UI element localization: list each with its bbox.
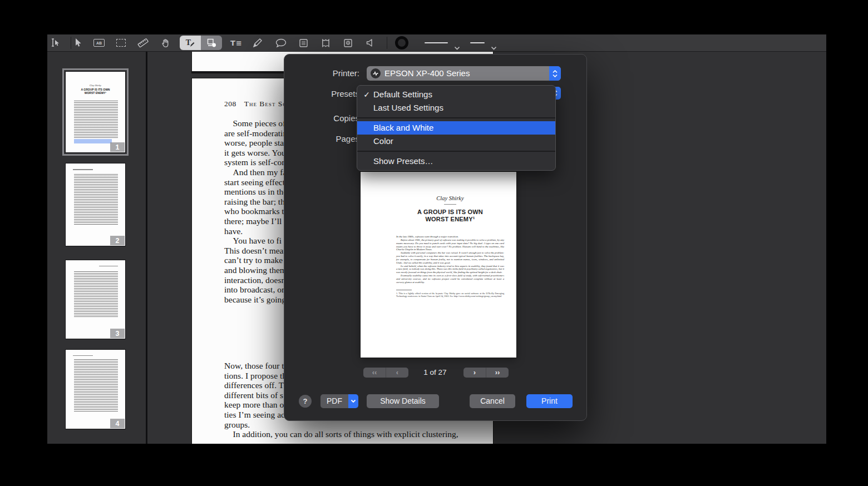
toolbar-divider [387,37,387,49]
presets-menu-item[interactable]: ✓ Default Settings [357,88,555,101]
print-preview-page: Clay Shirky A GROUP IS ITS OWNWORST ENEM… [361,172,516,358]
page-thumbnail-3[interactable]: 3 [66,260,125,339]
preview-back-buttons: ‹‹ ‹ [363,368,408,378]
page-thumbnail-4[interactable]: 4 [66,350,125,429]
preview-footnote: 1. This is a lightly edited version of t… [396,292,504,297]
check-icon: ✓ [362,88,372,101]
note-text-tool-icon[interactable]: T [180,36,201,50]
ruler-tool-icon[interactable] [136,36,150,49]
preview-title: A GROUP IS ITS OWNWORST ENEMY¹ [396,209,504,223]
toolbar: AB T T≡ [47,34,826,52]
presets-menu: ✓ Default Settings Last Used Settings Bl… [357,85,556,171]
presets-menu-item[interactable] [357,115,555,121]
pdf-menu-button[interactable]: PDF [320,394,358,408]
note-shape-tool-icon[interactable] [201,36,222,50]
thumb-text-lines [74,101,118,138]
color-well[interactable] [395,36,408,49]
comment-tool-icon[interactable] [274,36,288,49]
anchored-note-tool-icon[interactable] [319,36,332,49]
text-select-tool-icon[interactable] [48,36,62,49]
page-number-badge: 3 [110,329,125,338]
print-dialog: Printer: EPSON XP-400 Series Presets Cop… [284,54,587,421]
thumb-author: Clay Shirky [66,84,125,87]
lined-note-tool-icon[interactable] [297,36,310,49]
preview-author: Clay Shirky [396,195,504,201]
printer-status-icon [371,68,381,78]
cancel-button[interactable]: Cancel [470,394,515,408]
printer-value: EPSON XP-400 Series [384,66,470,81]
line-style-swatch [425,42,448,43]
printer-select[interactable]: EPSON XP-400 Series [367,66,561,81]
presets-label: Presets [293,88,359,100]
first-page-button[interactable]: ‹‹ [363,368,386,378]
line-endings-swatch [470,42,485,43]
page-thumbnail-2[interactable]: 2 [66,163,125,246]
preview-page-position: 1 of 27 [407,368,463,378]
page-thumbnail-1[interactable]: Clay Shirky A GROUP IS ITS OWNWORST ENEM… [66,72,125,152]
help-button[interactable]: ? [299,395,312,408]
previous-page-button[interactable]: ‹ [386,368,408,378]
page-number-badge: 4 [110,419,125,428]
presets-menu-item[interactable] [357,148,555,155]
pointer-tool-icon[interactable] [71,36,85,49]
pages-label: Pages [293,133,359,145]
screen: AB T T≡ [0,0,868,486]
thumbnail-sidebar: Clay Shirky A GROUP IS ITS OWNWORST ENEM… [47,52,147,444]
rect-select-tool-icon[interactable] [114,36,127,49]
thumb-title: A GROUP IS ITS OWNWORST ENEMY¹ [66,88,125,95]
presets-menu-item[interactable]: Last Used Settings [357,101,555,115]
copies-label: Copies [293,113,359,124]
pdf-chevron-down-icon [348,394,358,408]
text-edit-tool-icon[interactable]: AB [92,36,106,49]
text-note-tool-icon[interactable]: T≡ [230,36,243,49]
next-page-button[interactable]: › [463,368,486,378]
print-button[interactable]: Print [526,394,573,408]
preview-body-text: In the late 1980s, software went through… [396,235,504,284]
presets-menu-item[interactable]: Black and White [357,121,555,135]
sound-tool-icon[interactable] [363,36,377,49]
hand-tool-icon[interactable] [159,36,172,49]
attachment-tool-icon[interactable] [341,36,354,49]
presets-menu-item[interactable]: Color [357,135,555,148]
pdf-label: PDF [320,394,348,408]
printer-label: Printer: [293,68,359,79]
thumb-footnote-selection [74,139,112,143]
note-tool-segment: T [180,36,222,50]
presets-menu-item[interactable]: Show Presets… [357,155,555,168]
printer-select-chevrons-icon [549,66,561,81]
page-number-badge: 2 [110,236,125,245]
highlight-tool-icon[interactable] [251,36,264,49]
show-details-button[interactable]: Show Details [367,394,439,408]
page-number-badge: 1 [110,142,125,152]
last-page-button[interactable]: ›› [486,368,509,378]
preview-forward-buttons: › ›› [463,368,509,378]
